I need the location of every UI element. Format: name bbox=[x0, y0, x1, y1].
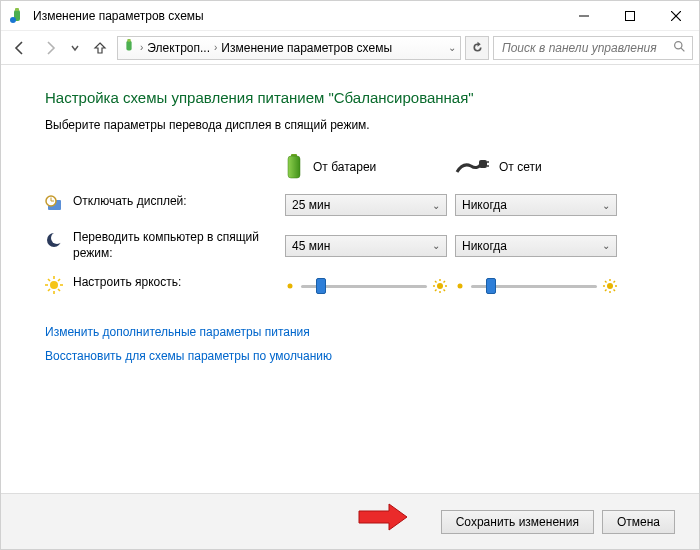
maximize-button[interactable] bbox=[607, 1, 653, 31]
moon-icon bbox=[45, 231, 63, 252]
window-title: Изменение параметров схемы bbox=[33, 9, 561, 23]
close-button[interactable] bbox=[653, 1, 699, 31]
svg-line-30 bbox=[48, 289, 50, 291]
sun-small-icon bbox=[455, 281, 465, 291]
dropdown-value: 25 мин bbox=[292, 198, 432, 212]
brightness-ac-slider[interactable] bbox=[471, 276, 597, 296]
svg-line-39 bbox=[444, 281, 446, 283]
search-box[interactable] bbox=[493, 36, 693, 60]
sun-small-icon bbox=[285, 281, 295, 291]
breadcrumb-item[interactable]: Изменение параметров схемы bbox=[221, 41, 444, 55]
red-arrow-annotation-icon bbox=[357, 502, 409, 535]
column-label: От батареи bbox=[313, 160, 376, 174]
back-button[interactable] bbox=[7, 35, 33, 61]
brightness-battery-slider[interactable] bbox=[301, 276, 427, 296]
setting-label: Переводить компьютер в спящий режим: bbox=[73, 230, 273, 261]
forward-button[interactable] bbox=[37, 35, 63, 61]
up-button[interactable] bbox=[87, 35, 113, 61]
title-bar: Изменение параметров схемы bbox=[1, 1, 699, 31]
column-headers: От батареи От сети bbox=[285, 154, 655, 180]
setting-row-display-off: Отключать дисплей: 25 мин ⌄ Никогда ⌄ bbox=[45, 194, 655, 216]
svg-rect-13 bbox=[479, 160, 487, 168]
chevron-down-icon: ⌄ bbox=[432, 200, 440, 211]
sleep-battery-dropdown[interactable]: 45 мин ⌄ bbox=[285, 235, 447, 257]
svg-point-21 bbox=[51, 232, 63, 244]
svg-rect-4 bbox=[626, 11, 635, 20]
power-options-icon bbox=[9, 8, 25, 24]
dialog-footer: Сохранить изменения Отмена bbox=[1, 493, 699, 549]
chevron-right-icon: › bbox=[214, 42, 217, 53]
svg-line-27 bbox=[48, 279, 50, 281]
svg-rect-1 bbox=[15, 8, 19, 11]
column-label: От сети bbox=[499, 160, 542, 174]
display-off-battery-dropdown[interactable]: 25 мин ⌄ bbox=[285, 194, 447, 216]
chevron-down-icon: ⌄ bbox=[602, 240, 610, 251]
minimize-button[interactable] bbox=[561, 1, 607, 31]
advanced-settings-link[interactable]: Изменить дополнительные параметры питани… bbox=[45, 325, 655, 339]
svg-line-10 bbox=[681, 48, 684, 51]
refresh-button[interactable] bbox=[465, 36, 489, 60]
save-button[interactable]: Сохранить изменения bbox=[441, 510, 594, 534]
chevron-right-icon: › bbox=[140, 42, 143, 53]
history-dropdown-button[interactable] bbox=[67, 35, 83, 61]
svg-point-9 bbox=[675, 41, 682, 48]
svg-point-32 bbox=[437, 283, 443, 289]
svg-rect-7 bbox=[126, 41, 131, 51]
svg-line-48 bbox=[614, 290, 616, 292]
svg-point-42 bbox=[607, 283, 613, 289]
clock-monitor-icon bbox=[45, 195, 63, 216]
window-controls bbox=[561, 1, 699, 31]
svg-line-50 bbox=[605, 290, 607, 292]
svg-line-49 bbox=[614, 281, 616, 283]
chevron-down-icon: ⌄ bbox=[432, 240, 440, 251]
ac-plug-icon bbox=[455, 158, 489, 176]
dropdown-value: Никогда bbox=[462, 198, 602, 212]
sun-large-icon bbox=[603, 279, 617, 293]
sun-large-icon bbox=[433, 279, 447, 293]
svg-line-47 bbox=[605, 281, 607, 283]
navigation-bar: › Электроп... › Изменение параметров схе… bbox=[1, 31, 699, 65]
setting-label: Отключать дисплей: bbox=[73, 194, 187, 210]
svg-line-28 bbox=[58, 289, 60, 291]
ac-column-header: От сети bbox=[455, 154, 625, 180]
chevron-down-icon: ⌄ bbox=[602, 200, 610, 211]
display-off-ac-dropdown[interactable]: Никогда ⌄ bbox=[455, 194, 617, 216]
svg-point-31 bbox=[288, 284, 293, 289]
svg-line-40 bbox=[435, 290, 437, 292]
page-heading: Настройка схемы управления питанием "Сба… bbox=[45, 89, 655, 106]
dropdown-value: Никогда bbox=[462, 239, 602, 253]
brightness-ac-slider-cell bbox=[455, 276, 625, 296]
power-options-icon bbox=[122, 39, 136, 56]
cancel-button[interactable]: Отмена bbox=[602, 510, 675, 534]
setting-row-brightness: Настроить яркость: bbox=[45, 275, 655, 297]
restore-defaults-link[interactable]: Восстановить для схемы параметры по умол… bbox=[45, 349, 655, 363]
svg-line-29 bbox=[58, 279, 60, 281]
svg-line-38 bbox=[444, 290, 446, 292]
breadcrumb-item[interactable]: Электроп... bbox=[147, 41, 210, 55]
svg-point-2 bbox=[10, 17, 16, 23]
page-subtitle: Выберите параметры перевода дисплея в сп… bbox=[45, 118, 655, 132]
sun-icon bbox=[45, 276, 63, 297]
svg-point-41 bbox=[458, 284, 463, 289]
battery-icon bbox=[285, 154, 303, 180]
links-section: Изменить дополнительные параметры питани… bbox=[45, 325, 655, 363]
sleep-ac-dropdown[interactable]: Никогда ⌄ bbox=[455, 235, 617, 257]
search-input[interactable] bbox=[500, 40, 673, 56]
svg-rect-12 bbox=[288, 156, 300, 178]
dropdown-value: 45 мин bbox=[292, 239, 432, 253]
setting-row-sleep: Переводить компьютер в спящий режим: 45 … bbox=[45, 230, 655, 261]
search-icon bbox=[673, 40, 686, 56]
svg-rect-8 bbox=[127, 39, 131, 42]
brightness-battery-slider-cell bbox=[285, 276, 455, 296]
main-content: Настройка схемы управления питанием "Сба… bbox=[1, 65, 699, 383]
chevron-down-icon[interactable]: ⌄ bbox=[448, 42, 456, 53]
battery-column-header: От батареи bbox=[285, 154, 455, 180]
svg-line-37 bbox=[435, 281, 437, 283]
setting-label: Настроить яркость: bbox=[73, 275, 181, 291]
svg-point-22 bbox=[50, 281, 58, 289]
address-bar[interactable]: › Электроп... › Изменение параметров схе… bbox=[117, 36, 461, 60]
